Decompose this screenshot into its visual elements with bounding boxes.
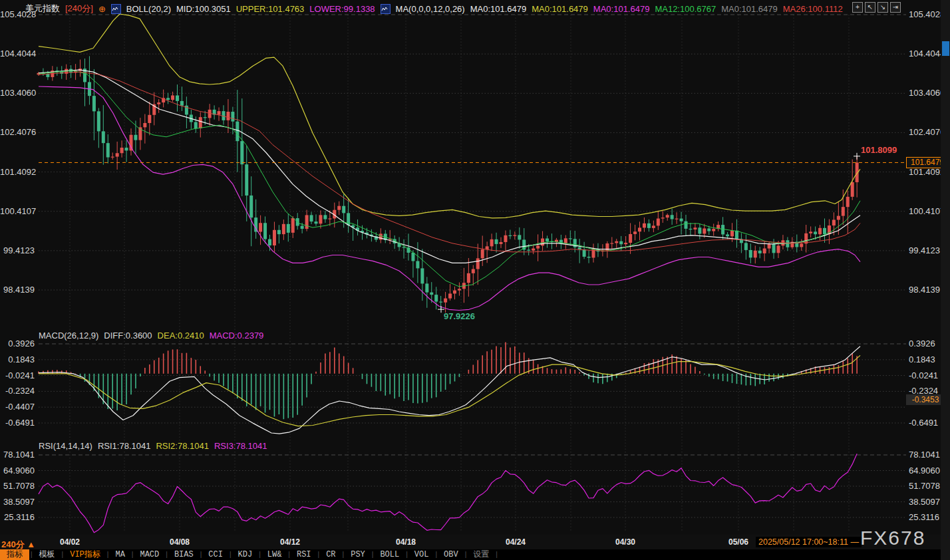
y-axis-tick: 38.5097 <box>0 497 35 507</box>
rsi3-value: RSI3:78.1041 <box>214 441 267 451</box>
candle-body <box>402 247 406 247</box>
ma0-value-gray: MA0:101.6479 <box>721 4 778 14</box>
rsi2-value: RSI2:78.1041 <box>156 441 209 451</box>
candle-body <box>814 231 817 234</box>
zoom-out-icon[interactable]: ↖ <box>865 2 875 13</box>
candle-body <box>467 273 470 283</box>
candle-body <box>97 111 100 131</box>
candle-body <box>818 228 822 234</box>
main-chart-legend: 美元指数[240分]⊕BOLL(20,2)MID:100.3051UPPER:1… <box>25 3 843 15</box>
indicator-line <box>39 355 860 426</box>
toolbar-item-kdj[interactable]: KDJ <box>233 549 258 560</box>
toolbar-item-cr[interactable]: CR <box>321 549 341 560</box>
toolbar-separator: | <box>106 551 110 559</box>
candle-body <box>342 206 345 213</box>
y-axis-tick: 25.3116 <box>909 513 939 522</box>
macd-hist-value: MACD:0.2379 <box>210 331 264 341</box>
candle-body <box>721 225 724 234</box>
toolbar-item-boll[interactable]: BOLL <box>375 549 404 560</box>
candle-body <box>199 117 202 128</box>
goto-latest-icon[interactable]: ⇥ <box>890 2 901 13</box>
candle-body <box>768 244 771 248</box>
toolbar-item-指标[interactable]: 指标 <box>0 549 29 560</box>
candle-body <box>92 96 96 111</box>
y-axis-tick: 78.1041 <box>0 450 35 460</box>
candle-body <box>569 238 572 239</box>
candle-body <box>800 243 803 247</box>
candle-body <box>444 299 447 303</box>
toolbar-separator: | <box>130 551 135 559</box>
zoom-in-icon[interactable]: ↘ <box>877 2 888 13</box>
x-axis-date: 04/02 <box>60 537 80 547</box>
toolbar-separator: | <box>317 551 321 559</box>
toolbar-item-obv[interactable]: OBV <box>438 549 464 560</box>
candle-body <box>476 258 480 269</box>
toolbar-separator: | <box>228 551 233 559</box>
candle-body <box>629 234 632 243</box>
indicator-line <box>39 70 860 287</box>
toolbar-separator: | <box>164 551 169 559</box>
candle-body <box>823 228 826 234</box>
candle-body <box>643 223 646 228</box>
candle-body <box>758 251 762 253</box>
toolbar-item-设置[interactable]: 设置 <box>468 549 494 560</box>
toolbar-separator: | <box>464 551 468 559</box>
datetime-range-label: 2025/05/12 17:00~18:11 — <box>756 537 862 547</box>
candle-body <box>536 245 540 248</box>
settings-icon[interactable]: ⊕ <box>98 4 106 14</box>
rsi-params: RSI(14,14,14) <box>39 441 92 451</box>
candle-body <box>661 217 665 218</box>
candle-body <box>102 131 105 143</box>
toolbar-item-psy[interactable]: PSY <box>345 549 371 560</box>
candle-body <box>587 257 591 258</box>
candle-body <box>157 102 160 104</box>
candle-body <box>481 249 484 258</box>
vertical-scrollbar[interactable] <box>941 0 950 560</box>
toolbar-item-模板[interactable]: 模板 <box>34 549 61 560</box>
candle-body <box>180 101 184 106</box>
y-axis-tick: 103.4060 <box>909 88 945 98</box>
candle-body <box>772 244 776 253</box>
indicator-line <box>39 454 857 533</box>
scrollbar-thumb[interactable] <box>942 41 949 56</box>
high-price-annotation: 101.8099 <box>861 145 897 155</box>
candle-body <box>638 227 641 231</box>
candle-body <box>698 227 701 233</box>
toolbar-separator: | <box>341 551 346 559</box>
candle-body <box>671 215 674 219</box>
crosshair-icon[interactable]: + <box>852 2 863 13</box>
candle-body <box>735 231 738 239</box>
x-axis-date: 04/18 <box>396 537 416 547</box>
x-axis-date: 04/24 <box>506 537 526 547</box>
x-axis-date: 04/12 <box>280 537 300 547</box>
toolbar-item-rsi[interactable]: RSI <box>291 549 317 560</box>
y-axis-tick: 64.9060 <box>909 466 940 476</box>
candle-body <box>754 251 757 258</box>
candle-body <box>130 135 133 151</box>
candle-body <box>148 115 151 123</box>
toolbar-item-cci[interactable]: CCI <box>203 549 228 560</box>
chart-app-window: 美元指数[240分]⊕BOLL(20,2)MID:100.3051UPPER:1… <box>0 0 950 560</box>
toolbar-item-macd[interactable]: MACD <box>134 549 164 560</box>
candle-body <box>490 239 494 247</box>
candle-body <box>245 164 248 196</box>
candle-body <box>425 283 428 292</box>
candle-body <box>532 249 535 251</box>
y-axis-tick: -0.4407 <box>0 402 35 412</box>
toolbar-item-bias[interactable]: BIAS <box>169 549 199 560</box>
y-axis-tick: 51.7078 <box>0 482 35 491</box>
y-axis-tick: 99.4123 <box>0 246 35 255</box>
indicator-toolbar: 指标|模板|VIP指标|MA|MACD|BIAS|CCI|KDJ|LW&|RSI… <box>0 549 950 560</box>
candle-body <box>249 196 253 217</box>
candle-body <box>763 249 766 253</box>
toolbar-item-vip指标[interactable]: VIP指标 <box>65 549 106 560</box>
candle-body <box>134 135 137 140</box>
toolbar-item-ma[interactable]: MA <box>110 549 130 560</box>
y-axis-tick: 0.3926 <box>909 339 935 349</box>
candle-body <box>268 239 271 245</box>
candle-body <box>420 268 424 283</box>
toolbar-item-vol[interactable]: VOL <box>409 549 434 560</box>
candle-body <box>809 231 812 233</box>
candle-body <box>749 250 752 257</box>
toolbar-item-lw[interactable]: LW& <box>262 549 287 560</box>
